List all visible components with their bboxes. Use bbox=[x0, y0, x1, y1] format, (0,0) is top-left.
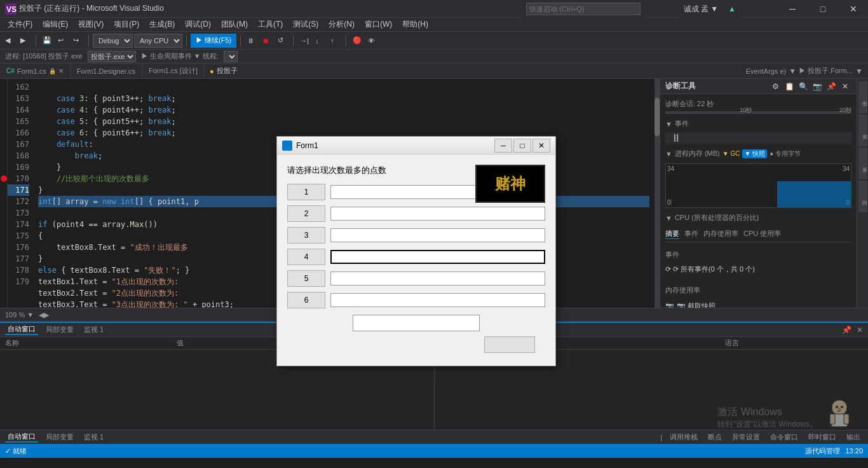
menu-team[interactable]: 团队(M) bbox=[216, 18, 253, 31]
menu-tools[interactable]: 工具(T) bbox=[253, 18, 288, 31]
cpu-label: CPU (所有处理器的百分比) bbox=[675, 213, 759, 223]
tab-command[interactable]: 命令窗口 bbox=[768, 432, 801, 442]
strip-btn-2[interactable]: 测 bbox=[858, 114, 867, 146]
dice-input-2[interactable] bbox=[330, 207, 545, 221]
events-label: 事件 bbox=[675, 119, 689, 128]
menu-edit[interactable]: 编辑(E) bbox=[37, 18, 73, 31]
bottom-btn[interactable] bbox=[484, 336, 535, 353]
menu-project[interactable]: 项目(P) bbox=[109, 18, 144, 31]
menu-view[interactable]: 视图(V) bbox=[73, 18, 109, 31]
memory-arrow: ▼ bbox=[665, 150, 672, 158]
step-over[interactable]: →| bbox=[297, 34, 311, 48]
close-button[interactable]: ✕ bbox=[839, 0, 868, 18]
panel-camera[interactable]: 📷 bbox=[811, 80, 824, 93]
dice-input-4[interactable] bbox=[330, 250, 545, 264]
dialog-maximize[interactable]: □ bbox=[513, 139, 531, 153]
stop-button[interactable]: ⏹ bbox=[260, 34, 274, 48]
toolbar-forward[interactable]: ▶ bbox=[18, 34, 32, 48]
tab-breakpoints[interactable]: 断点 bbox=[705, 432, 724, 442]
memory-fill bbox=[777, 181, 851, 207]
status-bar: ✓ 就绪 源代码管理 13:20 bbox=[0, 444, 868, 458]
tab-local-vars[interactable]: 局部变量 bbox=[43, 325, 76, 334]
tab-form1designer[interactable]: Form1.Designer.cs bbox=[71, 64, 142, 78]
tab-memory[interactable]: 内存使用率 bbox=[703, 229, 738, 239]
dice-btn-2[interactable]: 2 bbox=[287, 205, 325, 222]
dice-btn-4[interactable]: 4 bbox=[287, 249, 325, 265]
dice-input-6[interactable] bbox=[330, 293, 545, 307]
toolbar-redo[interactable]: ↪ bbox=[71, 34, 85, 48]
panel-close[interactable]: ✕ bbox=[839, 80, 851, 93]
bottom-right-close[interactable]: ✕ bbox=[857, 326, 863, 334]
tab-output[interactable]: 输出 bbox=[844, 432, 863, 442]
maximize-button[interactable]: □ bbox=[808, 0, 837, 18]
result-input[interactable] bbox=[353, 315, 480, 331]
menu-debug[interactable]: 调试(D) bbox=[180, 18, 216, 31]
tab-cpu[interactable]: CPU 使用率 bbox=[743, 229, 781, 239]
memory-sub-header[interactable]: 内存使用率 bbox=[665, 283, 851, 298]
code-tab-marker: ● bbox=[210, 67, 214, 75]
cpu-dropdown[interactable]: Any CPU bbox=[134, 34, 182, 48]
tab-autodebug[interactable]: 自动窗口 bbox=[5, 432, 38, 443]
screenshot-button[interactable]: 📷 📷 截取快照 bbox=[665, 299, 851, 308]
strip-btn-1[interactable]: 图 bbox=[858, 81, 867, 113]
menu-window[interactable]: 窗口(W) bbox=[360, 18, 397, 31]
dialog-close[interactable]: ✕ bbox=[532, 139, 550, 153]
step-out[interactable]: ↑ bbox=[328, 34, 342, 48]
strip-btn-4[interactable]: 阿 bbox=[858, 181, 867, 212]
tab-immediate[interactable]: 即时窗口 bbox=[806, 432, 839, 442]
tab-form1design[interactable]: Form1.cs [设计] bbox=[142, 64, 205, 78]
zoom-level: 109 % ▼ bbox=[5, 311, 34, 319]
menu-help[interactable]: 帮助(H) bbox=[397, 18, 433, 31]
scrollbar-thumb[interactable] bbox=[654, 98, 660, 136]
dialog-minimize[interactable]: ─ bbox=[494, 139, 512, 153]
pause-button[interactable]: ⏸ bbox=[245, 34, 259, 48]
menu-test[interactable]: 测试(S) bbox=[288, 18, 323, 31]
tab-watch[interactable]: 监视 1 bbox=[81, 325, 106, 334]
watch-btn[interactable]: 👁 bbox=[365, 34, 379, 48]
quick-search-input[interactable] bbox=[526, 3, 641, 15]
events-section-header[interactable]: ▼ 事件 bbox=[665, 116, 851, 131]
dice-input-5[interactable] bbox=[330, 272, 545, 286]
tab-form1cs-close[interactable]: ✕ bbox=[58, 67, 64, 74]
cpu-section-header[interactable]: ▼ CPU (所有处理器的百分比) bbox=[665, 210, 851, 225]
panel-search[interactable]: 🔍 bbox=[797, 80, 810, 93]
continue-button[interactable]: ▶ 继续(F5) bbox=[191, 34, 236, 48]
step-into[interactable]: ↓ bbox=[313, 34, 327, 48]
main-area: 162163164165166 167168169170 171 1721731… bbox=[0, 79, 868, 308]
process-dropdown[interactable]: 投骰子.exe bbox=[88, 51, 136, 62]
dice-btn-6[interactable]: 6 bbox=[287, 292, 325, 308]
dice-btn-1[interactable]: 1 bbox=[287, 184, 325, 200]
panel-copy[interactable]: 📋 bbox=[783, 80, 796, 93]
restart-button[interactable]: ↺ bbox=[275, 34, 289, 48]
minimize-button[interactable]: ─ bbox=[778, 0, 807, 18]
tab-watch2[interactable]: 监视 1 bbox=[81, 432, 106, 442]
casino-image: 赌神 bbox=[475, 165, 545, 203]
dice-btn-5[interactable]: 5 bbox=[287, 270, 325, 287]
code-scrollbar[interactable] bbox=[654, 79, 660, 308]
events-sub-header[interactable]: 事件 bbox=[665, 247, 851, 262]
tab-auto-window[interactable]: 自动窗口 bbox=[5, 324, 38, 335]
thread-dropdown[interactable] bbox=[224, 51, 238, 62]
breakpoint-btn[interactable]: 🔴 bbox=[350, 34, 364, 48]
toolbar-save[interactable]: 💾 bbox=[40, 34, 54, 48]
panel-settings[interactable]: ⚙ bbox=[769, 80, 782, 93]
tab-form1cs[interactable]: C# Form1.cs 🔒 ✕ bbox=[0, 64, 71, 78]
menu-analyze[interactable]: 分析(N) bbox=[323, 18, 360, 31]
menu-build[interactable]: 生成(B) bbox=[144, 18, 180, 31]
memory-section-header[interactable]: ▼ 进程内存 (MB) ▼ GC ▼ 快照 ● 专用字节 bbox=[665, 146, 851, 161]
tab-exceptions[interactable]: 异常设置 bbox=[729, 432, 763, 442]
bottom-right-pin[interactable]: 📌 bbox=[842, 326, 851, 334]
strip-btn-3[interactable]: 量 bbox=[858, 148, 867, 179]
debug-mode-dropdown[interactable]: Debug bbox=[93, 34, 133, 48]
dice-btn-3[interactable]: 3 bbox=[287, 227, 325, 244]
source-control[interactable]: 源代码管理 bbox=[805, 446, 840, 456]
tab-events[interactable]: 事件 bbox=[684, 229, 698, 239]
tab-callstack2[interactable]: 调用堆栈 bbox=[667, 432, 700, 442]
tab-summary[interactable]: 摘要 bbox=[665, 229, 679, 239]
panel-pin[interactable]: 📌 bbox=[825, 80, 837, 93]
dice-input-3[interactable] bbox=[330, 228, 545, 242]
menu-file[interactable]: 文件(F) bbox=[3, 18, 37, 31]
tab-local[interactable]: 局部变量 bbox=[43, 432, 76, 442]
toolbar-back[interactable]: ◀ bbox=[3, 34, 17, 48]
toolbar-undo[interactable]: ↩ bbox=[55, 34, 69, 48]
